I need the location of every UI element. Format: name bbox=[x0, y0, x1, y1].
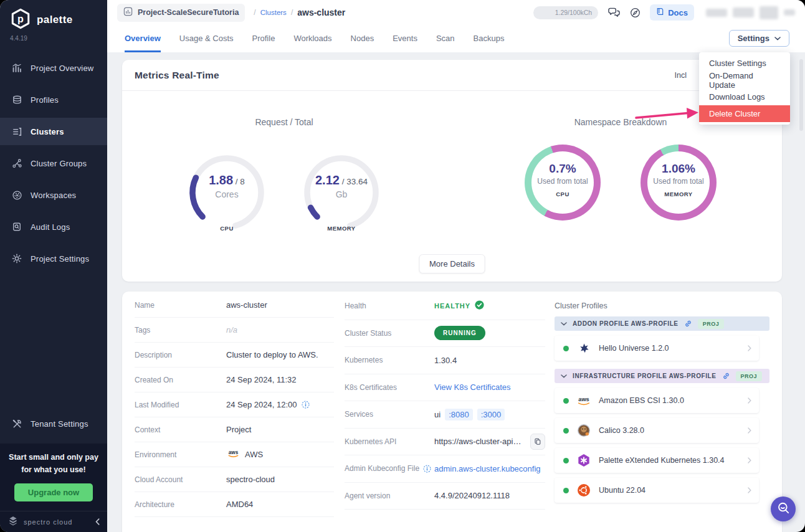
page-scrollbar[interactable] bbox=[799, 59, 803, 131]
link-admin-aws-cluster-kubeconfig[interactable]: admin.aws-cluster.kubeconfig bbox=[434, 464, 541, 473]
detail-row-admin-kubeconfig-file: Admin Kubeconfig File admin.aws-cluster.… bbox=[345, 455, 545, 483]
tab-nodes[interactable]: Nodes bbox=[351, 25, 374, 52]
sidebar-item-profiles[interactable]: Profiles bbox=[0, 86, 107, 113]
donut-memory: 1.06% Used from total MEMORY bbox=[641, 145, 717, 221]
tools-icon bbox=[11, 419, 22, 429]
settings-button[interactable]: Settings bbox=[729, 30, 789, 47]
request-total-title: Request / Total bbox=[156, 117, 412, 127]
sidebar-item-audit-logs[interactable]: Audit Logs bbox=[0, 213, 107, 240]
info-icon[interactable] bbox=[423, 465, 431, 473]
detail-row-name: Name aws-cluster bbox=[135, 293, 334, 318]
tab-scan[interactable]: Scan bbox=[436, 25, 455, 52]
bar-chart-icon bbox=[11, 62, 22, 74]
copy-button[interactable] bbox=[530, 434, 545, 450]
feedback-fab-button[interactable] bbox=[771, 496, 796, 521]
gauge-memory: 2.12 / 33.64 Gb MEMORY bbox=[301, 152, 382, 233]
app-version: 4.4.19 bbox=[10, 35, 97, 42]
book-icon bbox=[656, 7, 664, 17]
profile-section-infrastructure-profile-aws-profile: INFRASTRUCTURE PROFILE AWS-PROFILE PROJ … bbox=[555, 369, 769, 503]
calico-icon bbox=[576, 424, 591, 437]
scope-badge: PROJ bbox=[698, 319, 725, 329]
upgrade-now-button[interactable]: Upgrade now bbox=[14, 483, 93, 501]
details-middle-column: Health HEALTHYCluster Status RUNNINGKube… bbox=[345, 293, 545, 532]
gauge-cpu: 1.88 / 8 Cores CPU bbox=[186, 152, 267, 233]
metrics-card: Metrics Real-Time Incl Request / Total 1… bbox=[122, 60, 782, 282]
health-status: HEALTHY bbox=[434, 302, 470, 310]
sidebar-footer: spectro cloud bbox=[0, 511, 107, 532]
status-badge: RUNNING bbox=[434, 326, 485, 340]
pxk-icon bbox=[576, 454, 591, 467]
tab-usage-costs[interactable]: Usage & Costs bbox=[179, 25, 234, 52]
detail-row-description: Description Cluster to deploy to AWS. bbox=[135, 343, 334, 368]
status-dot bbox=[563, 458, 569, 463]
profile-pack-hello-universe-1-2-0[interactable]: Hello Universe 1.2.0 bbox=[555, 336, 759, 361]
ubuntu-icon bbox=[576, 483, 591, 497]
svg-text:aws: aws bbox=[578, 396, 589, 402]
detail-row-architecture: Architecture AMD64 bbox=[135, 492, 334, 517]
chat-icon[interactable] bbox=[607, 7, 621, 18]
info-icon[interactable] bbox=[302, 401, 310, 409]
menu-item-download-logs[interactable]: Download Logs bbox=[699, 88, 790, 105]
menu-item-delete-cluster[interactable]: Delete Cluster bbox=[699, 105, 790, 122]
svg-text:aws: aws bbox=[229, 450, 239, 455]
gear-icon bbox=[11, 254, 22, 264]
cluster-tabs: OverviewUsage & CostsProfileWorkloadsNod… bbox=[107, 25, 805, 52]
service-port-link[interactable]: :8080 bbox=[445, 409, 473, 420]
breadcrumb: / Clusters / aws-cluster bbox=[254, 7, 345, 17]
breadcrumb-clusters-link[interactable]: Clusters bbox=[260, 9, 287, 16]
tab-backups[interactable]: Backups bbox=[474, 25, 505, 52]
detail-row-tags: Tags n/a bbox=[135, 318, 334, 343]
menu-item-cluster-settings[interactable]: Cluster Settings bbox=[699, 55, 790, 72]
spectro-cloud-logo bbox=[7, 515, 19, 529]
detail-row-services: Services ui:8080:3000 bbox=[345, 401, 545, 429]
profile-pack-ubuntu-22-04[interactable]: Ubuntu 22.04 bbox=[555, 478, 759, 503]
sidebar-item-project-settings[interactable]: Project Settings bbox=[0, 245, 107, 272]
network-icon bbox=[11, 158, 22, 169]
aws-logo-icon: aws bbox=[226, 449, 241, 460]
profile-section-header[interactable]: ADDON PROFILE AWS-PROFILE PROJ bbox=[555, 316, 769, 331]
chevron-right-icon bbox=[748, 457, 751, 463]
detail-row-kubernetes: Kubernetes 1.30.4 bbox=[345, 347, 545, 374]
sidebar: p palette 4.4.19 Project Overview Profil… bbox=[0, 0, 107, 532]
sidebar-item-project-overview[interactable]: Project Overview bbox=[0, 54, 107, 82]
project-chart-icon bbox=[123, 7, 133, 19]
cluster-details-card: Name aws-clusterTags n/aDescription Clus… bbox=[122, 292, 782, 532]
settings-dropdown-menu: Cluster SettingsOn-Demand UpdateDownload… bbox=[699, 52, 790, 125]
sidebar-item-cluster-groups[interactable]: Cluster Groups bbox=[0, 150, 107, 177]
collapse-sidebar-icon[interactable] bbox=[95, 518, 100, 525]
detail-row-cloud-account: Cloud Account spectro-cloud bbox=[135, 467, 334, 492]
chevron-down-icon bbox=[561, 374, 567, 378]
profile-pack-calico-3-28-0[interactable]: Calico 3.28.0 bbox=[555, 418, 759, 443]
menu-item-on-demand-update[interactable]: On-Demand Update bbox=[699, 72, 790, 88]
status-dot bbox=[563, 398, 569, 404]
tab-events[interactable]: Events bbox=[393, 25, 417, 52]
more-details-button[interactable]: More Details bbox=[419, 254, 485, 273]
profile-section-header[interactable]: INFRASTRUCTURE PROFILE AWS-PROFILE PROJ bbox=[555, 369, 769, 383]
tab-workloads[interactable]: Workloads bbox=[293, 25, 331, 52]
metrics-header-fragment: Incl bbox=[675, 71, 687, 80]
detail-row-kubernetes-api: Kubernetes API https://aws-cluster-apise… bbox=[345, 429, 545, 456]
breadcrumb-current: aws-cluster bbox=[297, 7, 345, 17]
sidebar-item-workspaces[interactable]: Workspaces bbox=[0, 181, 107, 209]
profile-pack-amazon-ebs-csi-1-30-0[interactable]: aws Amazon EBS CSI 1.30.0 bbox=[555, 388, 759, 413]
profile-pack-palette-extended-kubernetes-1-30-4[interactable]: Palette eXtended Kubernetes 1.30.4 bbox=[555, 448, 759, 473]
layers-icon bbox=[11, 95, 22, 105]
details-left-column: Name aws-clusterTags n/aDescription Clus… bbox=[135, 293, 334, 532]
docs-button[interactable]: Docs bbox=[650, 4, 694, 21]
metrics-title: Metrics Real-Time bbox=[135, 70, 219, 81]
sidebar-nav: Project Overview Profiles Clusters Clust… bbox=[0, 54, 107, 272]
status-dot bbox=[563, 428, 569, 434]
status-dot bbox=[563, 488, 569, 493]
tab-overview[interactable]: Overview bbox=[125, 25, 161, 52]
service-port-link[interactable]: :3000 bbox=[477, 409, 505, 420]
compass-icon[interactable] bbox=[630, 7, 641, 18]
link-view-k8s-certificates[interactable]: View K8s Certificates bbox=[434, 382, 511, 392]
tab-profile[interactable]: Profile bbox=[252, 25, 275, 52]
detail-row-last-modified: Last Modified 24 Sep 2024, 12:00 bbox=[135, 392, 334, 417]
project-selector-chip[interactable]: Project-ScaleSecureTutoria bbox=[117, 4, 245, 22]
request-total-group: Request / Total 1.88 / 8 Cores CPU 2.12 … bbox=[156, 117, 412, 233]
chevron-right-icon bbox=[748, 345, 751, 351]
cluster-profiles-title: Cluster Profiles bbox=[555, 302, 769, 310]
sidebar-item-clusters[interactable]: Clusters bbox=[0, 118, 107, 145]
sidebar-item-tenant-settings[interactable]: Tenant Settings bbox=[0, 410, 107, 437]
